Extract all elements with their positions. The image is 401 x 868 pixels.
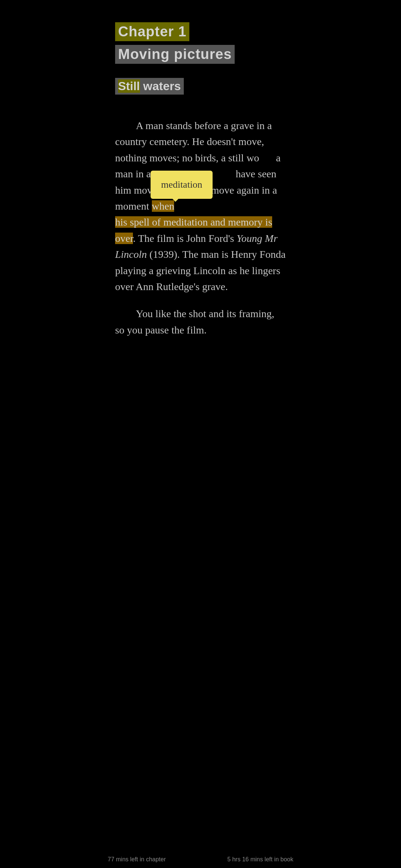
chapter-label: Chapter 1	[115, 22, 189, 41]
chapter-title: Moving pictures	[115, 45, 235, 64]
chapter-header: Chapter 1 Moving pictures	[115, 22, 286, 64]
tooltip-container: meditationwhen	[152, 200, 175, 212]
section-title-highlight-word: Still	[118, 79, 140, 93]
body-paragraph-2: You like the shot and its framing, so yo…	[115, 306, 286, 338]
body-paragraph-1: A man stands before a grave in a country…	[115, 118, 286, 295]
status-bar: 77 mins left in chapter 5 hrs 16 mins le…	[100, 851, 301, 868]
highlight-when[interactable]: when	[152, 200, 175, 212]
section-title: Still waters	[115, 78, 184, 95]
section-title-block: Still waters	[115, 78, 286, 106]
status-left: 77 mins left in chapter	[108, 856, 166, 863]
status-right: 5 hrs 16 mins left in book	[227, 856, 293, 863]
after-highlight: . The film is John Ford's	[133, 233, 237, 244]
tooltip-box: meditation	[151, 171, 213, 199]
